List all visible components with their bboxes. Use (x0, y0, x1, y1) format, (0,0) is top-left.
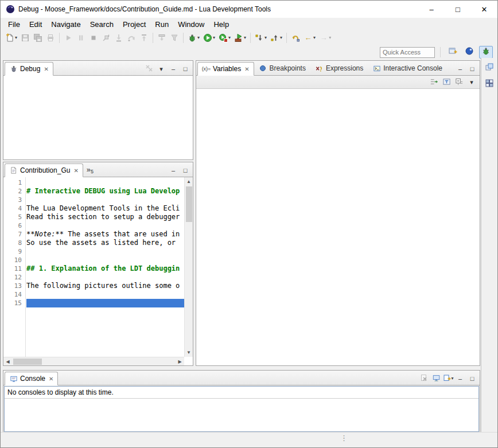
lua-perspective-button[interactable] (462, 46, 476, 59)
editor-line[interactable]: 2# Interactive DEBUG using Lua Develop (3, 187, 184, 196)
menu-project[interactable]: Project (118, 19, 150, 30)
maximize-view-button[interactable]: □ (180, 64, 190, 73)
step-return-button[interactable] (138, 31, 150, 45)
editor-line[interactable]: 13The following pictures outline some o (3, 282, 184, 290)
coverage-button[interactable]: ▾ (217, 31, 232, 45)
editor-line[interactable]: 14 (3, 290, 184, 299)
maximize-view-button[interactable]: □ (467, 374, 477, 383)
menu-run[interactable]: Run (150, 19, 173, 30)
close-window-button[interactable]: ✕ (471, 1, 497, 18)
menu-help[interactable]: Help (209, 19, 234, 30)
scroll-left-icon[interactable]: ◀ (3, 357, 12, 366)
trim-drag-handle-icon[interactable]: ⋮ (340, 434, 347, 442)
show-logical-structures-button[interactable] (429, 77, 439, 87)
editor-line[interactable]: 9 (3, 247, 184, 256)
tab-breakpoints[interactable]: Breakpoints (254, 61, 310, 75)
editor-line[interactable]: 10 (3, 256, 184, 264)
maximize-window-button[interactable]: □ (445, 1, 471, 18)
editor-body[interactable]: 1 2# Interactive DEBUG using Lua Develop… (3, 177, 193, 365)
menu-search[interactable]: Search (85, 19, 118, 30)
open-perspective-button[interactable] (446, 46, 460, 59)
print-button[interactable] (44, 31, 57, 45)
debug-launch-button[interactable]: ▾ (186, 31, 201, 45)
next-annotation-button[interactable]: ▾ (253, 31, 269, 45)
minimize-view-button[interactable]: – (168, 64, 178, 73)
drop-to-frame-button[interactable] (155, 31, 168, 45)
resume-button[interactable] (62, 31, 75, 45)
back-button[interactable]: ← ▾ (302, 31, 317, 45)
minimize-view-button[interactable]: – (455, 64, 465, 73)
editor-line[interactable]: 4The Lua Development Tools in the Ecli (3, 204, 184, 213)
step-over-button[interactable] (125, 31, 138, 45)
dropdown-arrow-icon[interactable]: ▾ (329, 36, 331, 40)
dropdown-arrow-icon[interactable]: ▾ (15, 36, 17, 40)
close-tab-icon[interactable]: ✕ (49, 376, 53, 382)
minimize-view-button[interactable]: – (168, 166, 178, 175)
dropdown-arrow-icon[interactable]: ▾ (213, 36, 215, 40)
menu-edit[interactable]: Edit (25, 19, 46, 30)
disconnect-button[interactable] (100, 31, 112, 45)
previous-annotation-button[interactable]: ▾ (269, 31, 284, 45)
step-into-button[interactable] (112, 31, 125, 45)
horizontal-scroll-thumb[interactable] (13, 359, 42, 365)
minimize-view-button[interactable]: – (455, 374, 465, 383)
dropdown-arrow-icon[interactable]: ▾ (228, 36, 231, 40)
menu-window[interactable]: Window (173, 19, 209, 30)
view-menu-button[interactable]: ▾ (466, 77, 477, 87)
close-tab-icon[interactable]: ✕ (44, 66, 48, 72)
dropdown-arrow-icon[interactable]: ▾ (244, 36, 246, 40)
save-all-button[interactable] (32, 31, 44, 45)
tab-variables[interactable]: (x)= Variables ✕ (197, 62, 254, 76)
close-tab-icon[interactable]: ✕ (73, 167, 78, 174)
tab-interactive-console[interactable]: Interactive Console (368, 61, 447, 75)
editor-line[interactable]: 8So use the assets as listed here, or (3, 239, 184, 247)
dropdown-arrow-icon[interactable]: ▾ (313, 36, 316, 40)
grid-view-button[interactable] (484, 79, 495, 90)
tab-contribution-guide[interactable]: Contribution_Gu ✕ (5, 163, 83, 177)
remove-all-terminated-button[interactable] (144, 64, 154, 73)
suspend-button[interactable] (75, 31, 87, 45)
tab-console[interactable]: Console ✕ (5, 372, 58, 385)
display-selected-console-button[interactable] (431, 374, 441, 383)
forward-button[interactable]: → ▾ (317, 31, 333, 45)
terminate-button[interactable] (87, 31, 100, 45)
last-edit-location-button[interactable] (289, 31, 302, 45)
vertical-scroll-thumb[interactable] (186, 186, 192, 222)
editor-line[interactable]: 11## 1. Explanation of the LDT debuggin (3, 264, 184, 273)
view-menu-button[interactable]: ▾ (156, 64, 166, 73)
editor-line[interactable]: 1 (3, 178, 184, 187)
scroll-up-icon[interactable]: ▲ (185, 177, 193, 186)
tab-debug[interactable]: Debug ✕ (5, 62, 53, 76)
editor-line[interactable]: 12 (3, 273, 184, 282)
restore-views-button[interactable] (484, 63, 495, 74)
maximize-view-button[interactable]: □ (467, 64, 477, 73)
save-button[interactable] (19, 31, 32, 45)
clear-console-button[interactable] (419, 374, 429, 383)
menu-file[interactable]: File (3, 19, 25, 30)
quick-access-input[interactable] (380, 47, 435, 58)
dropdown-arrow-icon[interactable]: ▾ (452, 376, 454, 381)
dropdown-arrow-icon[interactable]: ▾ (197, 36, 200, 40)
editor-line[interactable]: 6 (3, 221, 184, 230)
minimize-window-button[interactable]: – (418, 1, 445, 18)
close-tab-icon[interactable]: ✕ (244, 66, 249, 72)
external-tools-button[interactable]: ▾ (232, 31, 248, 45)
editor-vertical-scrollbar[interactable]: ▲ ▼ (184, 177, 193, 357)
open-console-button[interactable]: ▾ (443, 374, 453, 383)
show-type-names-button[interactable] (441, 77, 452, 87)
run-button[interactable]: ▾ (201, 31, 217, 45)
debug-perspective-button[interactable] (479, 46, 493, 59)
editor-horizontal-scrollbar[interactable]: ◀ ▶ (3, 357, 184, 365)
use-step-filters-button[interactable] (168, 31, 181, 45)
new-button[interactable]: ▾ (3, 31, 19, 45)
editor-text-area[interactable]: 1 2# Interactive DEBUG using Lua Develop… (3, 178, 184, 357)
scroll-right-icon[interactable]: ▶ (176, 357, 184, 366)
editor-line-selected[interactable]: 15 (3, 299, 184, 307)
collapse-all-button[interactable] (454, 77, 464, 87)
scroll-down-icon[interactable]: ▼ (185, 348, 193, 357)
menu-navigate[interactable]: Navigate (46, 19, 85, 30)
tab-expressions[interactable]: Expressions (310, 61, 368, 75)
dropdown-arrow-icon[interactable]: ▾ (280, 36, 282, 40)
editor-line[interactable]: 7**Note:** The assets that are used in (3, 230, 184, 239)
dropdown-arrow-icon[interactable]: ▾ (264, 36, 267, 40)
